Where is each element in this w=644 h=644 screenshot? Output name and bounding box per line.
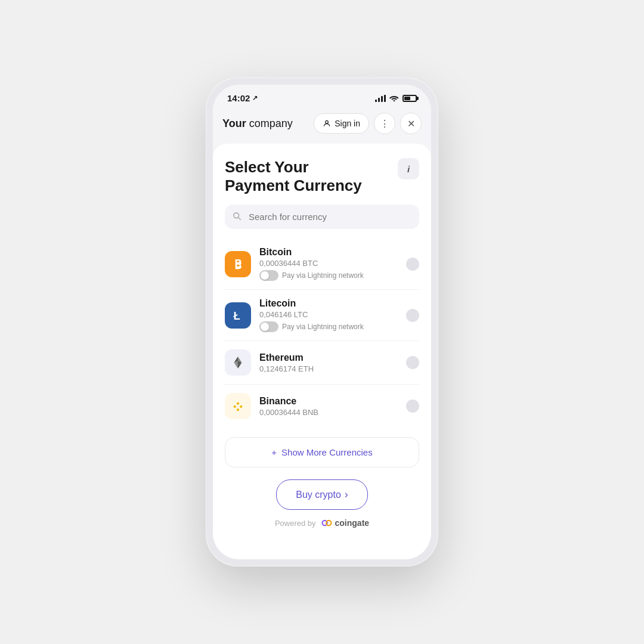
nav-arrow-icon: ↗: [252, 94, 258, 102]
show-more-button[interactable]: + Show More Currencies: [225, 437, 419, 467]
svg-line-2: [239, 218, 241, 220]
svg-point-1: [234, 213, 239, 218]
more-button[interactable]: ⋮: [374, 113, 395, 134]
page-header: Select YourPayment Currency i: [225, 158, 419, 195]
coingate-text: coingate: [335, 518, 370, 528]
more-icon: ⋮: [380, 118, 389, 129]
litecoin-info: Litecoin 0,046146 LTC Pay via Lightning …: [259, 298, 406, 332]
list-item[interactable]: Bitcoin 0,00036444 BTC Pay via Lightning…: [225, 239, 419, 290]
signal-icon: [375, 95, 386, 102]
company-name: Your company: [222, 117, 293, 130]
buy-crypto-button[interactable]: Buy crypto ›: [276, 479, 368, 510]
nav-actions: Sign in ⋮ ✕: [314, 113, 422, 134]
ethereum-info: Ethereum 0,1246174 ETH: [259, 352, 406, 373]
status-icons: [375, 94, 417, 103]
ethereum-radio[interactable]: [406, 356, 419, 369]
show-more-icon: +: [271, 447, 277, 457]
page-title: Select YourPayment Currency: [225, 158, 362, 195]
status-bar: 14:02 ↗: [213, 85, 431, 108]
top-nav: Your company Sign in ⋮ ✕: [213, 108, 431, 141]
binance-logo: [225, 393, 251, 419]
company-bold: Your: [222, 117, 246, 129]
powered-by: Powered by coingate: [225, 517, 419, 529]
wifi-icon: [389, 94, 399, 103]
lightning-switch-btc[interactable]: [259, 270, 278, 281]
close-button[interactable]: ✕: [400, 113, 422, 134]
list-item[interactable]: Ethereum 0,1246174 ETH: [225, 341, 419, 385]
bitcoin-info: Bitcoin 0,00036444 BTC Pay via Lightning…: [259, 247, 406, 281]
user-icon: [323, 119, 331, 128]
search-icon: [233, 212, 242, 222]
binance-radio[interactable]: [406, 400, 419, 413]
buy-label: Buy crypto: [296, 490, 341, 500]
currency-list: Bitcoin 0,00036444 BTC Pay via Lightning…: [225, 239, 419, 428]
main-content: Select YourPayment Currency i: [213, 144, 431, 559]
battery-icon: [402, 95, 417, 102]
list-item[interactable]: Ł Litecoin 0,046146 LTC Pay via Lightnin…: [225, 290, 419, 341]
litecoin-logo: Ł: [225, 302, 251, 329]
svg-text:Ł: Ł: [233, 309, 240, 321]
lightning-switch-ltc[interactable]: [259, 321, 278, 332]
list-item[interactable]: Binance 0,00036444 BNB: [225, 385, 419, 428]
coingate-icon: [321, 517, 333, 529]
powered-by-label: Powered by: [275, 519, 316, 528]
coingate-logo: coingate: [321, 517, 370, 529]
arrow-icon: ›: [345, 488, 348, 501]
status-time: 14:02 ↗: [227, 93, 258, 103]
close-icon: ✕: [407, 118, 415, 129]
show-more-label: Show More Currencies: [281, 447, 373, 457]
bitcoin-radio[interactable]: [406, 258, 419, 271]
sign-in-button[interactable]: Sign in: [314, 113, 369, 134]
lightning-toggle-ltc: Pay via Lightning network: [259, 321, 406, 332]
phone-inner: 14:02 ↗: [213, 85, 431, 559]
binance-info: Binance 0,00036444 BNB: [259, 396, 406, 417]
phone-shell: 14:02 ↗: [206, 78, 438, 566]
bitcoin-logo: [225, 251, 251, 277]
info-button[interactable]: i: [398, 158, 419, 179]
ethereum-logo: [225, 349, 251, 376]
litecoin-radio[interactable]: [406, 309, 419, 322]
search-input[interactable]: [225, 205, 419, 229]
time-display: 14:02: [227, 93, 250, 103]
company-normal: company: [246, 117, 293, 129]
search-container: [225, 205, 419, 229]
svg-point-0: [326, 120, 329, 123]
lightning-toggle-btc: Pay via Lightning network: [259, 270, 406, 281]
bottom-actions: Buy crypto › Powered by coingate: [225, 477, 419, 534]
